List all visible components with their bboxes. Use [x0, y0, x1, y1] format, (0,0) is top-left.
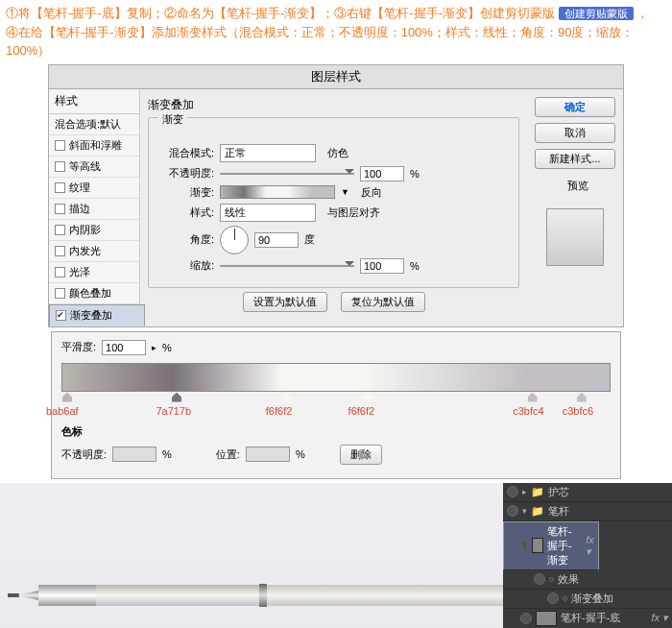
layer-name: 笔杆 [548, 504, 569, 519]
style-item[interactable]: 渐变叠加 [49, 304, 145, 326]
style-item[interactable]: 颜色叠加 [49, 283, 139, 304]
smoothness-dropdown-icon[interactable]: ▸ [152, 343, 156, 352]
folder-arrow-icon[interactable]: ▸ [522, 487, 527, 496]
style-item[interactable]: 等高线 [49, 157, 139, 178]
style-item-label: 描边 [69, 202, 90, 216]
gradient-stop[interactable] [364, 393, 373, 402]
style-checkbox[interactable] [55, 267, 65, 278]
style-item[interactable]: 纹理 [49, 178, 139, 199]
set-default-button[interactable]: 设置为默认值 [243, 292, 327, 312]
style-select[interactable]: 线性 [220, 204, 316, 222]
reverse-label: 反向 [361, 185, 382, 200]
style-checkbox[interactable] [55, 182, 65, 193]
layer-item[interactable]: 笔杆-握手-渐变fx ▾ [503, 521, 599, 570]
gradient-bar[interactable] [61, 363, 611, 392]
style-item[interactable]: 光泽 [49, 262, 139, 283]
layer-folder[interactable]: ▸📁护芯 [503, 483, 672, 502]
gradient-label: 渐变: [158, 185, 214, 200]
style-item[interactable]: 内发光 [49, 241, 139, 262]
fx-indicator[interactable]: fx ▾ [651, 612, 668, 624]
style-item[interactable]: 描边 [49, 199, 139, 220]
stop-hex-label: f6f6f2 [266, 405, 293, 417]
gradient-editor: 平滑度: ▸ % bab6af7a717bf6f6f2f6f6f2c3bfc4c… [51, 331, 621, 479]
style-checkbox[interactable] [55, 288, 65, 299]
style-checkbox[interactable] [56, 310, 66, 321]
stops-section-label: 色标 [61, 424, 83, 439]
gradient-stop[interactable] [62, 393, 72, 402]
layer-item[interactable]: 笔杆-握手-底fx ▾ [503, 609, 672, 629]
layer-folder[interactable]: ▾📁笔杆 [503, 502, 672, 521]
layer-effect[interactable]: ○渐变叠加 [503, 590, 672, 609]
ge-opacity-input[interactable] [112, 447, 156, 462]
pen-metal [38, 585, 96, 606]
visibility-icon[interactable] [534, 573, 545, 585]
visibility-icon[interactable] [520, 613, 532, 624]
gradient-stop[interactable] [281, 393, 291, 402]
layer-name: 笔杆-握手-渐变 [547, 524, 582, 568]
gradient-stop[interactable] [528, 393, 538, 402]
delete-stop-button[interactable]: 删除 [340, 445, 382, 465]
smoothness-input[interactable] [102, 340, 146, 355]
ge-opacity-label: 不透明度: [61, 447, 107, 462]
style-checkbox[interactable] [55, 161, 65, 172]
layer-effect[interactable]: ○效果 [503, 570, 672, 590]
stop-hex-label: bab6af [46, 405, 79, 417]
folder-arrow-icon[interactable]: ▾ [522, 506, 527, 516]
ge-position-input[interactable] [246, 447, 290, 462]
gradient-stop[interactable] [577, 393, 587, 402]
style-item-label: 内发光 [69, 244, 101, 258]
style-label: 样式: [158, 205, 214, 220]
visibility-icon[interactable] [507, 505, 518, 517]
layer-name: 护芯 [548, 485, 569, 499]
angle-input[interactable] [254, 232, 299, 248]
gradient-preview[interactable] [220, 185, 335, 199]
pen-canvas [0, 483, 503, 629]
smoothness-label: 平滑度: [61, 340, 96, 354]
deg-label: 度 [304, 232, 315, 247]
layer-name: 渐变叠加 [571, 592, 613, 606]
fx-indicator[interactable]: fx ▾ [586, 534, 594, 558]
blend-mode-select[interactable]: 正常 [220, 144, 316, 162]
pct-3: % [162, 342, 172, 353]
pct-2: % [410, 260, 420, 272]
folder-icon: 📁 [531, 505, 544, 518]
style-item[interactable]: 内阴影 [49, 220, 139, 241]
panel-title: 渐变叠加 [148, 97, 519, 113]
cancel-button[interactable]: 取消 [535, 123, 615, 143]
scale-label: 缩放: [158, 258, 214, 273]
layers-panel: ▸📁护芯▾📁笔杆笔杆-握手-渐变fx ▾○效果○渐变叠加笔杆-握手-底fx ▾笔… [503, 483, 672, 629]
reset-default-button[interactable]: 复位为默认值 [341, 292, 425, 312]
gradient-dropdown-icon[interactable]: ▼ [341, 187, 349, 197]
fx-bullet-icon: ○ [549, 574, 554, 584]
visibility-icon[interactable] [547, 592, 559, 604]
stop-labels: bab6af7a717bf6f6f2f6f6f2c3bfc4c3bfc6 [61, 405, 611, 421]
ok-button[interactable]: 确定 [535, 97, 615, 117]
style-checkbox[interactable] [55, 204, 65, 214]
style-item[interactable]: 斜面和浮雕 [49, 135, 139, 157]
pct-1: % [410, 168, 420, 180]
opacity-input[interactable] [360, 166, 404, 181]
folder-icon: 📁 [531, 486, 544, 498]
opacity-slider[interactable] [220, 173, 354, 175]
layer-style-dialog: 图层样式 样式 混合选项:默认 斜面和浮雕等高线纹理描边内阴影内发光光泽颜色叠加… [48, 64, 624, 327]
stop-hex-label: 7a717b [156, 405, 191, 417]
blend-default[interactable]: 混合选项:默认 [49, 114, 139, 135]
style-item-label: 颜色叠加 [69, 286, 111, 301]
pen-ring [259, 584, 267, 607]
scale-input[interactable] [360, 258, 404, 274]
style-checkbox[interactable] [55, 225, 65, 235]
gradient-stop[interactable] [172, 393, 181, 402]
instructions: ①将【笔杆-握手-底】复制；②命名为【笔杆-握手-渐变】；③右键【笔杆-握手-渐… [0, 0, 672, 64]
angle-dial[interactable] [220, 226, 249, 254]
style-checkbox[interactable] [55, 246, 65, 256]
visibility-icon[interactable] [507, 486, 518, 497]
style-checkbox[interactable] [55, 140, 65, 151]
style-item-label: 渐变叠加 [70, 308, 112, 323]
styles-header[interactable]: 样式 [49, 89, 139, 114]
layer-thumb-icon [536, 611, 557, 626]
pct-5: % [296, 448, 305, 460]
new-style-button[interactable]: 新建样式... [535, 149, 615, 169]
visibility-icon[interactable] [521, 540, 528, 551]
scale-slider[interactable] [220, 265, 354, 267]
fx-bullet-icon: ○ [563, 593, 567, 603]
